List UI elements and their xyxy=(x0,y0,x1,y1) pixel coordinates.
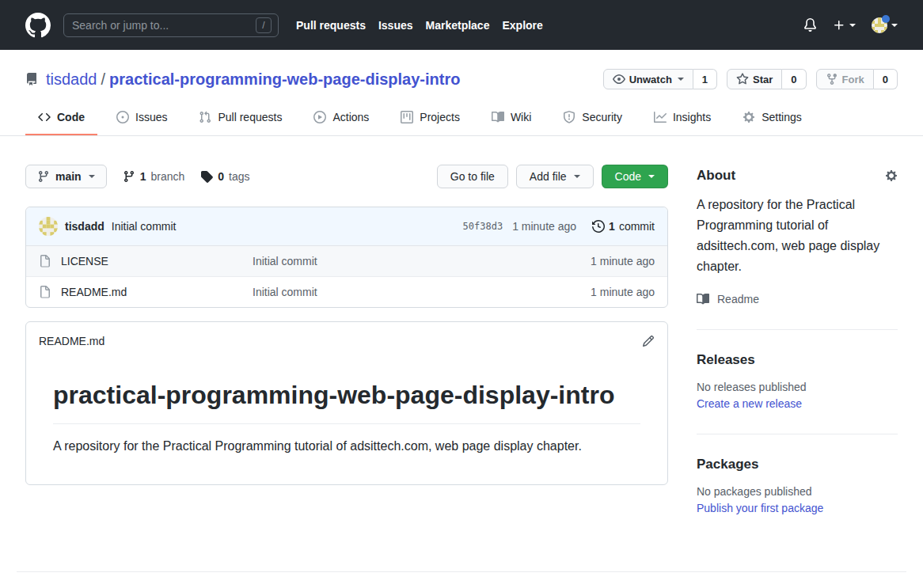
tab-pull-requests[interactable]: Pull requests xyxy=(186,101,294,135)
header-right xyxy=(803,17,898,33)
file-row-license[interactable]: LICENSE Initial commit 1 minute ago xyxy=(26,246,667,276)
branch-selector[interactable]: main xyxy=(25,165,107,188)
tab-wiki[interactable]: Wiki xyxy=(479,101,544,135)
create-new-menu[interactable] xyxy=(833,19,856,32)
tab-settings[interactable]: Settings xyxy=(730,101,815,135)
tab-label: Pull requests xyxy=(218,111,282,123)
commit-message-link[interactable]: Initial commit xyxy=(112,220,177,233)
notifications-button[interactable] xyxy=(803,18,817,32)
chevron-down-icon xyxy=(891,24,898,27)
go-to-file-button[interactable]: Go to file xyxy=(437,165,508,188)
avatar xyxy=(872,17,887,33)
project-icon xyxy=(401,111,413,123)
repo-name-link[interactable]: practical-programming-web-page-display-i… xyxy=(109,70,460,88)
code-download-button[interactable]: Code xyxy=(602,165,668,188)
branches-label: branch xyxy=(150,170,184,183)
chevron-down-icon xyxy=(89,175,95,178)
branches-link[interactable]: 1 branch xyxy=(123,170,185,183)
search-box[interactable]: / xyxy=(63,13,279,37)
footer-divider xyxy=(17,571,906,578)
file-commit-message[interactable]: Initial commit xyxy=(253,255,591,267)
add-file-button[interactable]: Add file xyxy=(516,165,594,188)
commit-sha-link[interactable]: 50f38d3 xyxy=(463,221,503,232)
nav-explore[interactable]: Explore xyxy=(502,19,542,32)
commit-author-avatar[interactable] xyxy=(39,217,58,236)
nav-marketplace[interactable]: Marketplace xyxy=(426,19,490,32)
graph-icon xyxy=(654,111,667,123)
stargazers-count[interactable]: 0 xyxy=(782,69,806,89)
create-release-link[interactable]: Create a new release xyxy=(697,397,802,410)
nav-pull-requests[interactable]: Pull requests xyxy=(296,19,366,32)
fork-button-group: Fork 0 xyxy=(816,69,898,89)
readme-content: practical-programming-web-page-display-i… xyxy=(26,360,667,484)
git-branch-icon xyxy=(123,170,135,183)
unwatch-label: Unwatch xyxy=(629,74,672,85)
repo-owner-link[interactable]: tisdadd xyxy=(46,70,97,88)
repo-header: tisdadd/practical-programming-web-page-d… xyxy=(0,50,923,136)
commit-meta: 50f38d3 1 minute ago 1 commit xyxy=(463,220,655,233)
pencil-icon[interactable] xyxy=(642,335,655,347)
commit-author-link[interactable]: tisdadd xyxy=(65,220,104,233)
packages-section: Packages No packages published Publish y… xyxy=(697,434,898,538)
gear-icon[interactable] xyxy=(885,169,898,182)
chevron-down-icon xyxy=(648,175,655,178)
commits-count: 1 xyxy=(609,220,615,233)
main-content: main 1 branch 0 tags Go to file Add file xyxy=(0,136,923,538)
eye-icon xyxy=(613,73,625,85)
star-button-group: Star 0 xyxy=(727,69,807,89)
readme-anchor-link[interactable]: Readme xyxy=(697,293,898,305)
readme-header: README.md xyxy=(26,322,667,360)
file-tree-box: tisdadd Initial commit 50f38d3 1 minute … xyxy=(25,207,668,308)
tags-link[interactable]: 0 tags xyxy=(200,170,249,183)
tab-label: Wiki xyxy=(511,111,531,123)
chevron-down-icon xyxy=(574,175,580,178)
shield-icon xyxy=(563,111,575,123)
tab-issues[interactable]: Issues xyxy=(104,101,180,135)
gear-icon xyxy=(743,111,755,123)
repo-sidebar: About A repository for the Practical Pro… xyxy=(697,165,898,538)
search-input[interactable] xyxy=(70,18,249,32)
user-menu[interactable] xyxy=(872,17,898,33)
book-icon xyxy=(697,293,709,305)
publish-package-link[interactable]: Publish your first package xyxy=(697,502,823,514)
chevron-down-icon xyxy=(678,78,684,81)
nav-issues[interactable]: Issues xyxy=(378,19,413,32)
tab-label: Insights xyxy=(673,111,711,123)
file-age: 1 minute ago xyxy=(591,286,655,298)
tags-count: 0 xyxy=(218,170,224,183)
file-name-link[interactable]: README.md xyxy=(61,286,253,298)
releases-heading: Releases xyxy=(697,352,898,368)
packages-empty-text: No packages published xyxy=(697,485,898,498)
latest-commit-bar: tisdadd Initial commit 50f38d3 1 minute … xyxy=(26,207,667,246)
fork-label: Fork xyxy=(842,74,864,85)
file-name-link[interactable]: LICENSE xyxy=(61,255,253,267)
unwatch-button[interactable]: Unwatch xyxy=(603,69,693,89)
repo-tabs: Code Issues Pull requests Actions Projec… xyxy=(25,101,898,135)
readme-paragraph: A repository for the Practical Programmi… xyxy=(53,437,640,456)
tab-actions[interactable]: Actions xyxy=(301,101,382,135)
tab-label: Security xyxy=(582,111,622,123)
forks-count[interactable]: 0 xyxy=(874,69,898,89)
watchers-count[interactable]: 1 xyxy=(693,69,717,89)
file-row-readme[interactable]: README.md Initial commit 1 minute ago xyxy=(26,276,667,307)
star-button[interactable]: Star xyxy=(727,69,782,89)
tab-projects[interactable]: Projects xyxy=(388,101,473,135)
file-commit-message[interactable]: Initial commit xyxy=(253,286,591,298)
github-logo[interactable] xyxy=(25,13,51,38)
about-heading: About xyxy=(697,168,735,184)
history-icon xyxy=(592,220,605,233)
git-branch-icon xyxy=(37,170,50,183)
tags-label: tags xyxy=(229,170,249,183)
current-branch-label: main xyxy=(55,170,82,183)
status-dot xyxy=(882,15,890,23)
readme-box: README.md practical-programming-web-page… xyxy=(25,321,668,485)
add-file-label: Add file xyxy=(530,170,567,183)
tab-code[interactable]: Code xyxy=(25,101,97,135)
tab-security[interactable]: Security xyxy=(550,101,635,135)
commit-history-link[interactable]: 1 commit xyxy=(592,220,655,233)
fork-button[interactable]: Fork xyxy=(816,69,874,89)
tab-insights[interactable]: Insights xyxy=(641,101,724,135)
chevron-down-icon xyxy=(849,24,856,27)
tag-icon xyxy=(200,170,213,183)
code-button-label: Code xyxy=(615,170,641,183)
